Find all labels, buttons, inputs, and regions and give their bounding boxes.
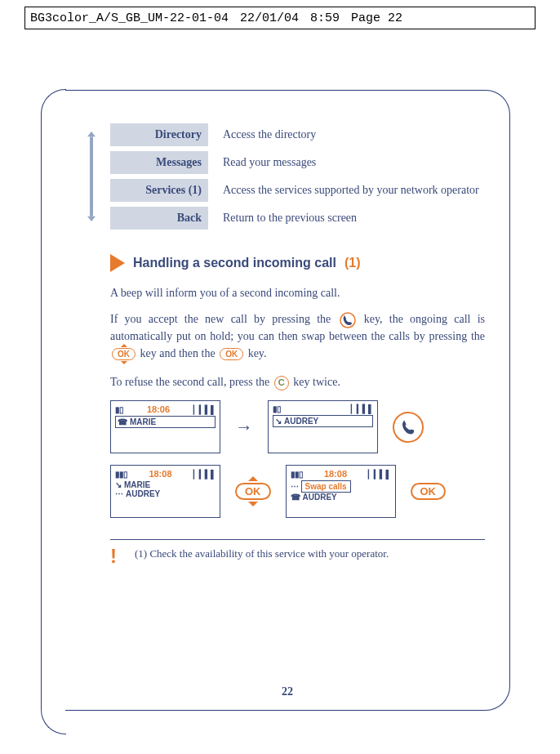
signal-icon: ▏▎▍▌ <box>351 404 373 413</box>
screen1-name: MARIE <box>130 417 156 426</box>
signal-icon: ▏▎▍▌ <box>368 470 390 479</box>
signal-icon: ▏▎▍▌ <box>193 470 216 479</box>
incoming-icon: ↘ <box>275 417 282 426</box>
screen3-time: 18:08 <box>149 469 171 479</box>
receiver-button-icon <box>393 412 424 443</box>
crop-file: BG3color_A/S_GB_UM-22-01-04 <box>30 11 229 25</box>
footnote: ! (1) Check the availability of this ser… <box>110 539 485 566</box>
screen4-time: 18:08 <box>324 469 347 479</box>
menu-label-messages: Messages <box>110 151 208 174</box>
phone-screen-3: ▮▮▯ 18:08 ▏▎▍▌ ↘MARIE ⋯AUDREY <box>110 465 220 518</box>
hold-icon: ⋯ <box>115 489 123 498</box>
crop-time: 8:59 <box>310 11 340 25</box>
p2-c: key and then the <box>140 347 219 359</box>
svg-marker-2 <box>87 216 96 221</box>
phone-icon: ☎ <box>291 493 300 502</box>
ok-button-label-2: OK <box>411 483 447 500</box>
menu-label-back: Back <box>110 207 208 230</box>
ok-nav-button: OK <box>235 476 271 506</box>
menu-label-services: Services (1) <box>110 179 208 202</box>
scroll-arrow-icon <box>86 132 97 221</box>
exclamation-icon: ! <box>110 547 117 566</box>
hold-icon: ⋯ <box>291 482 299 491</box>
receiver-key-icon <box>340 311 356 328</box>
battery-icon: ▮▮▯ <box>291 470 303 479</box>
paragraph-3: To refuse the second call, press the C k… <box>110 374 485 390</box>
signal-icon: ▏▎▍▌ <box>193 405 216 414</box>
paragraph-1: A beep will inform you of a second incom… <box>110 285 485 301</box>
screen1-time: 18:06 <box>147 404 170 414</box>
p3-a: To refuse the second call, press the <box>110 376 273 388</box>
screen3-line2: AUDREY <box>126 489 160 498</box>
section-title-note: (1) <box>344 256 361 270</box>
battery-icon: ▮▯ <box>115 405 123 414</box>
screens-row-2: ▮▮▯ 18:08 ▏▎▍▌ ↘MARIE ⋯AUDREY OK ▮▮▯ 18:… <box>110 465 485 518</box>
ok-key-label: OK <box>112 348 136 360</box>
page-frame: Directory Access the directory Messages … <box>65 90 510 711</box>
menu-desc-services: Access the services supported by your ne… <box>223 183 485 198</box>
menu-table: Directory Access the directory Messages … <box>110 123 485 230</box>
p3-b: key twice. <box>293 376 340 388</box>
crop-date: 22/01/04 <box>240 11 299 25</box>
battery-icon: ▮▮▯ <box>115 470 127 479</box>
crop-mark-header: BG3color_A/S_GB_UM-22-01-04 22/01/04 8:5… <box>24 7 536 29</box>
screen4-line2: AUDREY <box>303 493 337 502</box>
phone-screen-4: ▮▮▯ 18:08 ▏▎▍▌ ⋯Swap calls ☎AUDREY <box>286 465 396 518</box>
section-title: Handling a second incoming call (1) <box>110 254 485 272</box>
arrow-right-icon: → <box>235 417 253 438</box>
svg-point-3 <box>340 313 355 328</box>
page-number: 22 <box>65 685 509 698</box>
menu-label-directory: Directory <box>110 123 208 146</box>
svg-marker-0 <box>87 132 96 136</box>
menu-desc-messages: Read your messages <box>223 155 485 170</box>
menu-desc-directory: Access the directory <box>223 127 485 142</box>
chevron-up-icon <box>248 476 258 481</box>
crop-page: Page 22 <box>351 11 402 25</box>
svg-rect-1 <box>90 136 93 216</box>
ok-button-label: OK <box>235 483 271 500</box>
phone-screen-1: ▮▯ 18:06 ▏▎▍▌ ☎ MARIE <box>110 400 220 453</box>
incoming-icon: ↘ <box>115 480 122 489</box>
screens-row-1: ▮▯ 18:06 ▏▎▍▌ ☎ MARIE → ▮▯ ▏▎▍▌ ↘ AUDREY <box>110 400 485 453</box>
paragraph-2: If you accept the new call by pressing t… <box>110 311 485 365</box>
ok-nav-key-icon: OK <box>112 344 136 364</box>
section-title-text: Handling a second incoming call <box>133 256 336 270</box>
screen2-name: AUDREY <box>284 417 318 426</box>
p2-a: If you accept the new call by pressing t… <box>110 313 338 325</box>
phone-icon: ☎ <box>118 417 127 426</box>
ok-key-icon: OK <box>220 348 243 360</box>
footnote-text: (1) Check the availability of this servi… <box>135 547 389 566</box>
battery-icon: ▮▯ <box>273 404 281 413</box>
phone-screen-2: ▮▯ ▏▎▍▌ ↘ AUDREY <box>268 400 378 453</box>
p2-d: key. <box>248 347 267 359</box>
chevron-down-icon <box>248 502 258 506</box>
menu-desc-back: Return to the previous screen <box>223 211 485 225</box>
triangle-bullet-icon <box>110 254 125 272</box>
swap-calls-label: Swap calls <box>301 480 351 493</box>
screen3-line1: MARIE <box>124 480 150 489</box>
c-key-icon: C <box>274 376 289 390</box>
